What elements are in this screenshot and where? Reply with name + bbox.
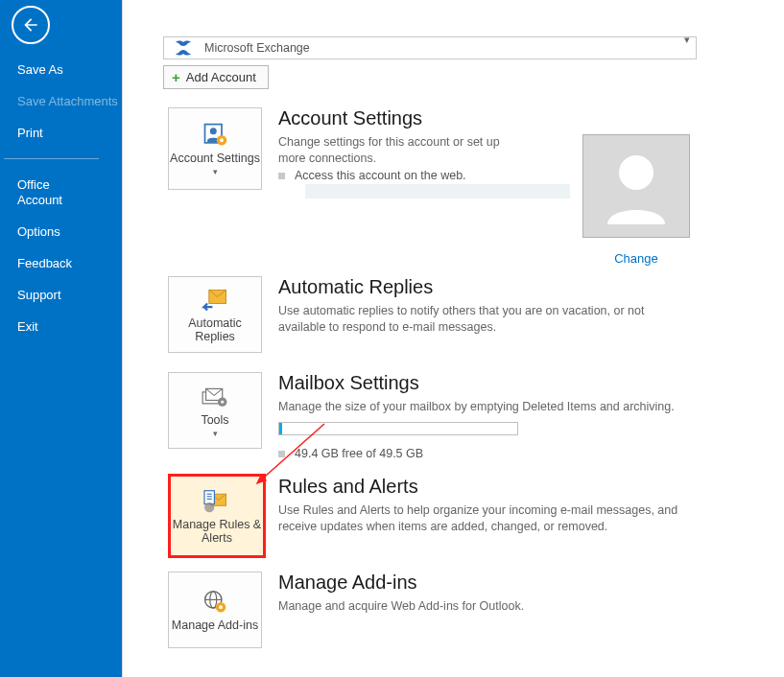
tile-automatic-replies-label: Automatic Replies [169, 316, 261, 343]
sidebar-item-print[interactable]: Print [0, 117, 122, 149]
section-desc-mailbox: Manage the size of your mailbox by empty… [278, 399, 675, 415]
addins-icon [202, 588, 228, 617]
mailbox-usage-meter [278, 422, 518, 435]
bullet-square-icon [278, 173, 285, 179]
sidebar-item-office-account[interactable]: OfficeAccount [0, 169, 122, 216]
sidebar-item-options[interactable]: Options [0, 216, 122, 247]
tile-tools-label: Tools [201, 413, 228, 427]
tile-manage-addins-label: Manage Add-ins [172, 619, 258, 632]
automatic-replies-icon [201, 286, 229, 315]
section-title-account-settings: Account Settings [278, 107, 422, 129]
section-desc-rules: Use Rules and Alerts to help organize yo… [278, 502, 691, 535]
svg-point-9 [221, 400, 224, 403]
svg-point-4 [619, 155, 653, 190]
add-account-label: Add Account [186, 70, 256, 84]
account-settings-icon [202, 121, 228, 150]
mailbox-free-text: 49.4 GB free of 49.5 GB [295, 447, 423, 460]
sidebar-item-support[interactable]: Support [0, 279, 122, 311]
section-desc-addins: Manage and acquire Web Add-ins for Outlo… [278, 598, 524, 615]
section-desc-account-settings: Change settings for this account or set … [278, 134, 528, 167]
person-icon [602, 148, 671, 224]
bullet-web-access-text: Access this account on the web. [295, 169, 466, 182]
svg-rect-11 [204, 490, 214, 503]
tile-manage-rules-alerts[interactable]: Manage Rules & Alerts [168, 474, 266, 558]
bullet-mailbox-free: 49.4 GB free of 49.5 GB [278, 447, 423, 460]
avatar-placeholder [582, 134, 690, 238]
section-title-rules: Rules and Alerts [278, 476, 418, 498]
exchange-icon [164, 40, 195, 56]
tile-manage-rules-label: Manage Rules & Alerts [171, 518, 263, 546]
svg-point-15 [204, 502, 214, 511]
chevron-down-icon: ▾ [680, 30, 694, 49]
tools-icon [201, 383, 229, 411]
plus-icon: + [172, 70, 180, 84]
tile-account-settings-label: Account Settings [170, 152, 260, 165]
section-title-addins: Manage Add-ins [278, 572, 417, 594]
account-select[interactable]: Microsoft Exchange ▾ [163, 36, 697, 59]
tile-automatic-replies[interactable]: Automatic Replies [168, 276, 262, 353]
sidebar-separator [4, 158, 99, 159]
avatar-block: Change [582, 134, 690, 266]
back-button[interactable] [12, 6, 50, 44]
section-title-automatic-replies: Automatic Replies [278, 276, 433, 298]
arrow-left-icon [21, 15, 40, 35]
svg-point-1 [210, 128, 217, 134]
caret-down-icon: ▾ [213, 167, 218, 176]
backstage-sidebar: Save As Save Attachments Print OfficeAcc… [0, 0, 122, 677]
sidebar-item-exit[interactable]: Exit [0, 311, 122, 342]
section-title-mailbox: Mailbox Settings [278, 372, 419, 394]
bullet-web-access: Access this account on the web. [278, 169, 466, 182]
sidebar-item-save-attachments: Save Attachments [0, 85, 122, 117]
sidebar-item-save-as[interactable]: Save As [0, 54, 122, 85]
account-select-text: Microsoft Exchange [195, 41, 696, 55]
redacted-link [305, 184, 570, 198]
rules-alerts-icon [202, 487, 231, 516]
mailbox-usage-meter-used [279, 423, 282, 434]
svg-point-3 [220, 138, 224, 142]
content-area: Microsoft Exchange ▾ + Add Account Accou… [122, 0, 784, 677]
add-account-button[interactable]: + Add Account [163, 65, 269, 89]
tile-account-settings[interactable]: Account Settings ▾ [168, 107, 262, 190]
section-desc-automatic-replies: Use automatic replies to notify others t… [278, 303, 691, 336]
caret-down-icon: ▾ [213, 429, 218, 438]
tile-tools[interactable]: Tools ▾ [168, 372, 262, 449]
sidebar-item-feedback[interactable]: Feedback [0, 247, 122, 279]
svg-point-21 [219, 605, 223, 609]
tile-manage-addins[interactable]: Manage Add-ins [168, 572, 262, 648]
bullet-square-icon [278, 451, 285, 457]
change-avatar-link[interactable]: Change [582, 251, 690, 266]
